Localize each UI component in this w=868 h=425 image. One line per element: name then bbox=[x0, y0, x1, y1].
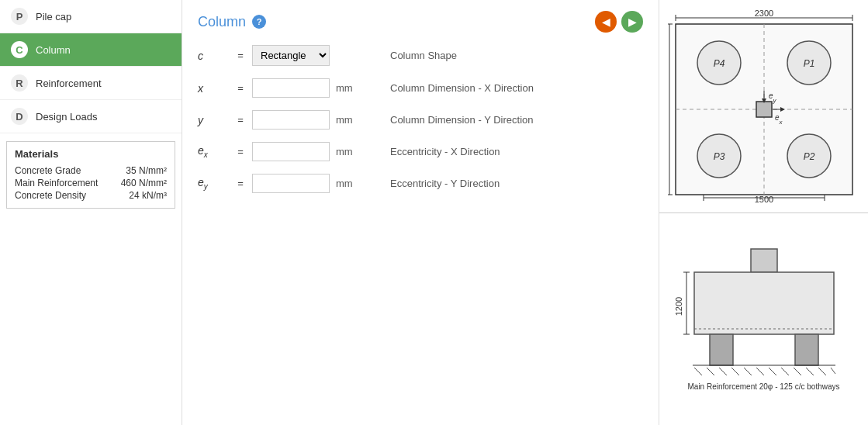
ey-input[interactable]: 0 bbox=[252, 174, 330, 193]
ex-unit: mm bbox=[336, 146, 375, 157]
x-input-wrapper: 300 bbox=[252, 78, 330, 98]
sidebar-label-pile-cap: Pile cap bbox=[36, 11, 71, 22]
page-title: Column bbox=[198, 14, 246, 30]
prev-button[interactable]: ◀ bbox=[595, 11, 617, 33]
main-content: Column ? ◀ ▶ c = Rectangle Circle Column… bbox=[182, 0, 659, 425]
materials-label-concrete-grade: Concrete Grade bbox=[15, 164, 112, 177]
svg-line-39 bbox=[707, 368, 714, 375]
svg-text:P1: P1 bbox=[803, 58, 814, 69]
svg-text:1500: 1500 bbox=[754, 195, 773, 202]
shape-label: c bbox=[198, 50, 229, 62]
materials-title: Materials bbox=[15, 148, 167, 160]
svg-text:P2: P2 bbox=[803, 151, 814, 162]
y-equals: = bbox=[229, 114, 252, 126]
svg-rect-35 bbox=[710, 334, 733, 365]
y-row: y = 300 mm Column Dimension - Y Directio… bbox=[198, 110, 643, 130]
y-input[interactable]: 300 bbox=[252, 110, 330, 130]
ex-equals: = bbox=[229, 146, 252, 157]
sidebar-letter-c: C bbox=[11, 41, 28, 58]
svg-line-38 bbox=[694, 368, 702, 375]
materials-label-main-reinf: Main Reinforcement bbox=[15, 177, 112, 189]
materials-row-main-reinf: Main Reinforcement 460 N/mm² bbox=[15, 177, 167, 189]
x-label: x bbox=[198, 82, 229, 95]
sidebar: P Pile cap C Column R Reinforcement D De… bbox=[0, 0, 182, 425]
shape-equals: = bbox=[229, 50, 252, 61]
sidebar-letter-r: R bbox=[11, 74, 28, 92]
main-header-left: Column ? bbox=[198, 14, 266, 30]
sidebar-item-pile-cap[interactable]: P Pile cap bbox=[0, 0, 182, 33]
svg-rect-29 bbox=[694, 272, 834, 334]
ex-desc: Eccentricity - X Direction bbox=[390, 146, 500, 157]
sidebar-item-reinforcement[interactable]: R Reinforcement bbox=[0, 67, 182, 100]
ey-unit: mm bbox=[336, 178, 375, 189]
sidebar-letter-p: P bbox=[11, 8, 28, 25]
right-panel: 2300 2300 1500 P4 P1 P3 bbox=[659, 0, 868, 425]
nav-arrows: ◀ ▶ bbox=[595, 11, 643, 33]
y-desc: Column Dimension - Y Direction bbox=[390, 114, 533, 126]
svg-line-42 bbox=[744, 368, 752, 375]
svg-text:P4: P4 bbox=[713, 58, 724, 69]
x-input[interactable]: 300 bbox=[252, 78, 330, 98]
help-button[interactable]: ? bbox=[252, 15, 266, 29]
materials-label-concrete-density: Concrete Density bbox=[15, 189, 112, 202]
x-row: x = 300 mm Column Dimension - X Directio… bbox=[198, 78, 643, 98]
svg-text:2300: 2300 bbox=[754, 10, 773, 18]
svg-line-46 bbox=[794, 368, 801, 375]
ey-equals: = bbox=[229, 178, 252, 189]
bottom-diagram: 1200 Main Reinforcement 20φ - 125 c/c bo… bbox=[659, 213, 868, 426]
ey-label: ey bbox=[198, 176, 229, 191]
ex-label: ex bbox=[198, 144, 229, 159]
x-equals: = bbox=[229, 82, 252, 94]
sidebar-item-design-loads[interactable]: D Design Loads bbox=[0, 100, 182, 133]
svg-rect-36 bbox=[795, 334, 818, 365]
materials-value-main-reinf: 460 N/mm² bbox=[112, 177, 167, 189]
svg-line-49 bbox=[831, 368, 835, 374]
ey-sub: y bbox=[204, 182, 208, 191]
sidebar-item-column[interactable]: C Column bbox=[0, 33, 182, 67]
sidebar-label-design-loads: Design Loads bbox=[36, 111, 98, 123]
ex-input[interactable]: 0 bbox=[252, 142, 330, 161]
svg-line-41 bbox=[731, 368, 739, 375]
materials-table: Concrete Grade 35 N/mm² Main Reinforceme… bbox=[15, 164, 167, 202]
x-desc: Column Dimension - X Direction bbox=[390, 82, 534, 94]
ex-row: ex = 0 mm Eccentricity - X Direction bbox=[198, 142, 643, 161]
y-input-wrapper: 300 bbox=[252, 110, 330, 130]
plan-diagram-svg: 2300 2300 1500 P4 P1 P3 bbox=[668, 10, 860, 202]
ey-input-wrapper: 0 bbox=[252, 174, 330, 193]
svg-text:1200: 1200 bbox=[674, 297, 683, 316]
sidebar-label-reinforcement: Reinforcement bbox=[36, 78, 102, 89]
svg-line-40 bbox=[719, 368, 727, 375]
next-button[interactable]: ▶ bbox=[621, 11, 643, 33]
svg-line-45 bbox=[781, 368, 789, 375]
materials-row-concrete-density: Concrete Density 24 kN/m³ bbox=[15, 189, 167, 202]
materials-value-concrete-density: 24 kN/m³ bbox=[112, 189, 167, 202]
materials-row-concrete-grade: Concrete Grade 35 N/mm² bbox=[15, 164, 167, 177]
svg-rect-28 bbox=[751, 249, 777, 272]
elevation-diagram-svg: 1200 bbox=[671, 247, 857, 379]
x-unit: mm bbox=[336, 82, 375, 94]
shape-select[interactable]: Rectangle Circle bbox=[252, 45, 330, 66]
y-unit: mm bbox=[336, 114, 375, 126]
shape-input-wrapper: Rectangle Circle bbox=[252, 45, 330, 66]
svg-line-43 bbox=[756, 368, 764, 375]
ey-desc: Eccentricity - Y Direction bbox=[390, 178, 500, 189]
top-diagram: 2300 2300 1500 P4 P1 P3 bbox=[659, 0, 868, 213]
ey-row: ey = 0 mm Eccentricity - Y Direction bbox=[198, 174, 643, 193]
svg-line-47 bbox=[806, 368, 814, 375]
ex-input-wrapper: 0 bbox=[252, 142, 330, 161]
svg-line-44 bbox=[769, 368, 776, 375]
materials-box: Materials Concrete Grade 35 N/mm² Main R… bbox=[6, 141, 175, 209]
svg-rect-23 bbox=[756, 102, 772, 117]
sidebar-label-column: Column bbox=[36, 44, 71, 56]
y-label: y bbox=[198, 114, 229, 126]
sidebar-letter-d: D bbox=[11, 108, 28, 125]
ex-sub: x bbox=[204, 150, 208, 159]
svg-line-48 bbox=[818, 368, 826, 375]
svg-text:P3: P3 bbox=[713, 151, 724, 162]
materials-value-concrete-grade: 35 N/mm² bbox=[112, 164, 167, 177]
main-header: Column ? ◀ ▶ bbox=[198, 11, 643, 33]
shape-desc: Column Shape bbox=[390, 50, 457, 61]
shape-row: c = Rectangle Circle Column Shape bbox=[198, 45, 643, 66]
bottom-diagram-label: Main Reinforcement 20φ - 125 c/c bothway… bbox=[687, 382, 839, 391]
